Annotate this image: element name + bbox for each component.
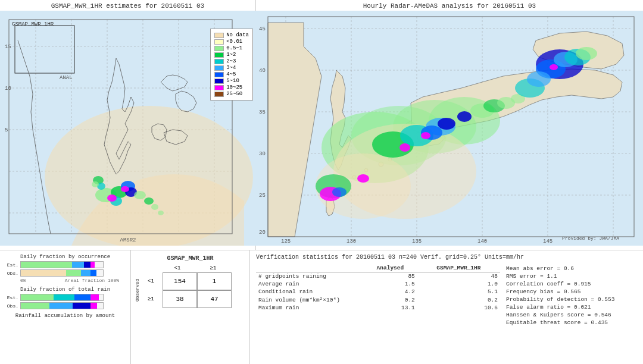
svg-text:20: 20 [259,230,266,236]
occurrence-title: Daily fraction by occurrence [4,254,127,260]
svg-point-24 [107,194,117,202]
stats-row: Conditional rain 4.2 5.1 [256,288,500,296]
stats-right: Mean abs error = 0.6RMS error = 1.1Corre… [506,264,637,327]
left-map-area: 15 10 5 GSMAP_MWR_1HR [0,11,256,246]
stat-line: Hanssen & Kuipers score = 0.546 [506,312,637,318]
svg-point-83 [550,64,558,70]
accumulation-chart: Rainfall accumulation by amount [4,313,127,319]
stat-line: False alarm ratio = 0.021 [506,304,637,310]
svg-point-82 [357,174,369,183]
axis-labels: 0% Areal fraction 100% [20,278,119,283]
svg-point-81 [421,132,430,139]
stats-table: Analysed GSMAP_MWR_1HR # gridpoints rain… [256,264,500,312]
svg-text:45: 45 [259,26,266,32]
legend-05-1: 0.5~1 [226,45,242,51]
svg-text:125: 125 [281,239,291,244]
legend-5-10: 5~10 [226,78,239,84]
verification-stats: Verification statistics for 20160511 03 … [250,250,643,364]
svg-text:ANAL: ANAL [60,75,73,81]
legend-2-3: 2~3 [226,58,236,64]
stats-row-label: Rain volume (mm*km²×10⁴) [256,296,363,304]
stats-row-analysed: 0.2 [363,296,417,304]
legend-box: No data <0.01 0.5~1 1~2 [210,29,253,101]
right-map-title: Hourly Radar-AMeDAS analysis for 2016051… [256,0,643,11]
bottom-charts: Daily fraction by occurrence Est. Obs. [0,250,131,364]
stats-row-analysed: 13.1 [363,304,417,312]
svg-text:AMSR2: AMSR2 [120,237,136,243]
est-rain-label: Est. [4,295,18,300]
col-label-header [256,264,363,272]
svg-text:25: 25 [259,193,266,199]
cell-lt1-lt1: 154 [163,272,197,290]
stat-line: RMS error = 1.1 [506,273,637,280]
obs-rain-bar [20,302,104,309]
svg-point-73 [438,118,455,130]
svg-point-79 [576,47,597,60]
svg-point-80 [399,143,410,152]
col-ge1-header: ≥1 [195,265,231,271]
svg-text:10: 10 [5,86,11,92]
svg-point-28 [151,204,158,210]
svg-text:140: 140 [477,239,487,244]
legend-lt001: <0.01 [226,39,242,45]
stats-row-analysed: 85 [363,272,417,281]
svg-point-25 [121,186,129,192]
legend-10-25: 10~25 [226,84,242,90]
stats-row: # gridpoints raining 85 48 [256,272,500,281]
svg-text:15: 15 [5,44,11,50]
stats-row-analysed: 4.2 [363,288,417,296]
right-map-panel: Hourly Radar-AMeDAS analysis for 2016051… [256,0,643,250]
svg-text:130: 130 [347,239,356,244]
stat-line: Probability of detection = 0.553 [506,296,637,303]
observed-label: Observed [135,272,146,308]
stat-line: Mean abs error = 0.6 [506,265,637,272]
axis-right: Areal fraction 100% [65,278,119,283]
cell-lt1-ge1: 1 [197,272,232,290]
stats-row-gsmap: 1.0 [417,280,500,288]
bottom-row: Daily fraction by occurrence Est. Obs. [0,250,643,364]
top-row: GSMAP_MWR_1HR estimates for 20160511 03 [0,0,643,250]
svg-point-86 [332,187,347,197]
axis-left: 0% [20,278,26,283]
stats-row-label: Maximum rain [256,304,363,312]
legend-3-4: 3~4 [226,65,236,71]
left-map-panel: GSMAP_MWR_1HR estimates for 20160511 03 [0,0,256,250]
svg-text:Provided by: JWA/JMA: Provided by: JWA/JMA [562,236,619,241]
main-container: GSMAP_MWR_1HR estimates for 20160511 03 [0,0,643,364]
stats-grid: Analysed GSMAP_MWR_1HR # gridpoints rain… [256,264,637,327]
row-lt1: <1 [148,278,161,284]
contingency-table-panel: GSMAP_MWR_1HR <1 ≥1 Observed <1 154 1 [131,250,250,364]
stats-row: Maximum rain 13.1 10.6 [256,304,500,312]
cell-ge1-lt1: 38 [163,290,197,308]
stats-row-gsmap: 48 [417,272,500,281]
svg-text:30: 30 [259,151,266,157]
stats-row-label: Conditional rain [256,288,363,296]
legend-4-5: 4~5 [226,71,236,77]
stats-row: Average rain 1.5 1.0 [256,280,500,288]
svg-point-74 [457,111,472,122]
rain-fraction-title: Daily fraction of total rain [4,287,127,293]
col-analysed-header: Analysed [363,264,417,272]
obs-rain-label: Obs. [4,303,18,309]
right-map-area: 45 40 35 30 25 20 125 130 135 140 145 [256,11,643,246]
svg-text:40: 40 [259,68,266,74]
legend-nodata: No data [226,32,249,38]
svg-point-27 [144,197,154,205]
obs-rain-row: Obs. [4,302,127,309]
stats-title: Verification statistics for 20160511 03 … [256,254,637,261]
stat-line: Frequency bias = 0.565 [506,288,637,295]
svg-point-29 [158,211,164,215]
svg-text:GSMAP_MWR_1HR: GSMAP_MWR_1HR [12,21,54,27]
row-ge1: ≥1 [148,296,161,302]
stat-line: Correlation coeff = 0.915 [506,281,637,287]
stat-line: Equitable threat score = 0.435 [506,319,637,326]
est-rain-bar [20,294,104,301]
col-gsmap-header: GSMAP_MWR_1HR [417,264,500,272]
svg-text:35: 35 [259,109,266,115]
rain-fraction-chart: Daily fraction of total rain Est. Obs. [4,287,127,309]
svg-point-92 [527,71,551,87]
est-bar [20,261,104,268]
stats-row-gsmap: 5.1 [417,288,500,296]
obs-label: Obs. [4,271,18,276]
svg-text:5: 5 [5,127,8,133]
